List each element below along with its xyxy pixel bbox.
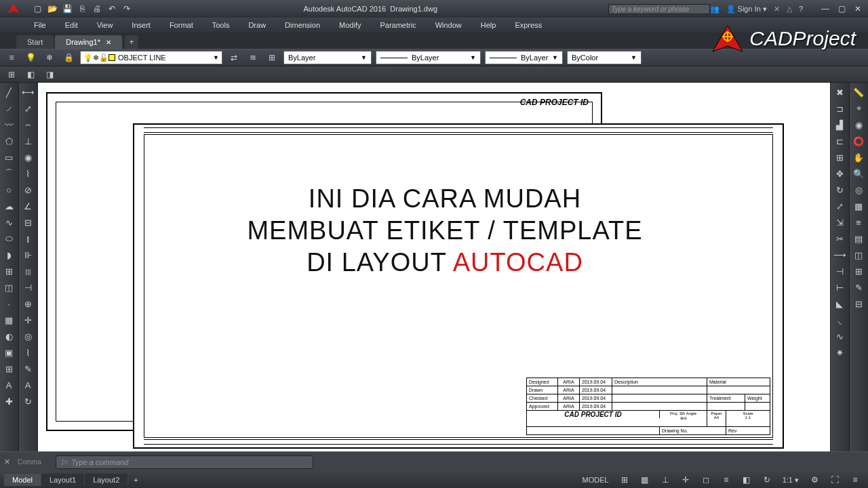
- steer-icon[interactable]: ◎: [850, 182, 867, 198]
- menu-file[interactable]: File: [34, 21, 46, 29]
- sb-cycle-icon[interactable]: ↻: [760, 474, 774, 486]
- show-icon[interactable]: ▦: [850, 198, 867, 214]
- sb-max-icon[interactable]: ⛶: [827, 474, 842, 486]
- menu-express[interactable]: Express: [515, 21, 542, 29]
- point-icon[interactable]: ·: [0, 296, 18, 312]
- menu-view[interactable]: View: [97, 21, 113, 29]
- dim-space-icon[interactable]: ⫼: [19, 263, 37, 279]
- dim-edit-icon[interactable]: ✎: [19, 361, 37, 377]
- scale-icon[interactable]: ⤢: [831, 198, 848, 214]
- fillet-icon[interactable]: ◟: [831, 312, 848, 328]
- sb-osnap-icon[interactable]: ◻: [698, 474, 713, 486]
- nav-icon[interactable]: ◉: [850, 117, 867, 133]
- undo-icon[interactable]: ↶: [106, 3, 118, 15]
- menu-draw[interactable]: Draw: [248, 21, 266, 29]
- chamfer-icon[interactable]: ◣: [831, 296, 848, 312]
- dim-dia-icon[interactable]: ⊘: [19, 182, 37, 198]
- dim-linear-icon[interactable]: ⟷: [19, 84, 37, 100]
- save-icon[interactable]: 💾: [61, 3, 73, 15]
- layer-iso-icon[interactable]: ⊞: [264, 51, 279, 64]
- color-selector[interactable]: ByLayer▼: [283, 51, 372, 64]
- menu-window[interactable]: Window: [435, 21, 462, 29]
- new-tab-button[interactable]: +: [125, 35, 138, 49]
- ellipsearc-icon[interactable]: ◗: [0, 247, 18, 263]
- blend-icon[interactable]: ∿: [831, 328, 848, 344]
- layer-bulb-icon[interactable]: 💡: [23, 51, 38, 64]
- move-icon[interactable]: ✥: [831, 165, 848, 182]
- addsel-icon[interactable]: ✚: [0, 393, 18, 409]
- layer-lock-icon[interactable]: 🔒: [61, 51, 76, 64]
- break-icon[interactable]: ⊣: [831, 263, 848, 279]
- infocenter-icon[interactable]: 👥: [710, 5, 719, 14]
- layer-manager-icon[interactable]: ≡: [4, 51, 19, 64]
- tool-icon[interactable]: ◧: [23, 68, 38, 81]
- app-logo[interactable]: [3, 1, 24, 17]
- sb-ortho-icon[interactable]: ⊥: [658, 474, 673, 486]
- layout-tab-add[interactable]: +: [128, 474, 143, 486]
- spline-icon[interactable]: ∿: [0, 214, 18, 230]
- trim-icon[interactable]: ✂: [831, 230, 848, 247]
- layer-freeze-icon[interactable]: ❄: [42, 51, 57, 64]
- command-input[interactable]: ▷ Type a command: [56, 455, 313, 469]
- block-icon[interactable]: ◫: [0, 279, 18, 296]
- layer-prev-icon[interactable]: ⇄: [226, 51, 241, 64]
- sheet-icon[interactable]: ▤: [850, 230, 867, 247]
- region-icon[interactable]: ▣: [0, 344, 18, 361]
- drawing-canvas[interactable]: CAD PROJECT ID Designed ARIA 2019.09.04 …: [38, 83, 830, 451]
- qc-icon[interactable]: ⊟: [850, 296, 867, 312]
- dim-ang-icon[interactable]: ∠: [19, 198, 37, 214]
- dim-aligned-icon[interactable]: ⤢: [19, 100, 37, 117]
- sb-snap-icon[interactable]: ▦: [637, 474, 652, 486]
- mark-icon[interactable]: ✎: [850, 279, 867, 296]
- cmdline-close-icon[interactable]: ✕: [4, 458, 14, 466]
- menu-edit[interactable]: Edit: [65, 21, 78, 29]
- doc-tab-drawing1[interactable]: Drawing1*✕: [55, 35, 122, 49]
- menu-help[interactable]: Help: [481, 21, 496, 29]
- sb-scale-button[interactable]: 1:1 ▾: [780, 476, 802, 485]
- tool2-icon[interactable]: ◨: [42, 68, 57, 81]
- close-tab-icon[interactable]: ✕: [106, 39, 111, 46]
- layer-selector[interactable]: 💡❄🔓 OBJECT LINE▼: [80, 51, 222, 64]
- plotstyle-selector[interactable]: ByColor▼: [567, 51, 642, 64]
- dim-jogline-icon[interactable]: ⌇: [19, 344, 37, 361]
- layout-tab-2[interactable]: Layout2: [85, 474, 128, 486]
- table-icon[interactable]: ⊞: [0, 361, 18, 377]
- offset-icon[interactable]: ⊏: [831, 133, 848, 149]
- help-search-input[interactable]: Type a keyword or phrase: [608, 4, 710, 14]
- center-icon[interactable]: ✛: [19, 312, 37, 328]
- dc-icon[interactable]: ⊞: [850, 263, 867, 279]
- lineweight-selector[interactable]: ByLayer▼: [485, 51, 563, 64]
- sb-lw-icon[interactable]: ≡: [719, 474, 734, 486]
- stretch-icon[interactable]: ⇲: [831, 214, 848, 230]
- dim-update-icon[interactable]: ↻: [19, 393, 37, 409]
- minimize-button[interactable]: —: [818, 3, 833, 14]
- doc-tab-start[interactable]: Start: [16, 35, 54, 49]
- sb-trans-icon[interactable]: ◧: [739, 474, 754, 486]
- polygon-icon[interactable]: ⬠: [0, 133, 18, 149]
- help-icon[interactable]: ?: [799, 5, 803, 13]
- pline-icon[interactable]: 〰: [0, 117, 18, 133]
- dim-jog-icon[interactable]: ⌇: [19, 165, 37, 182]
- signin-button[interactable]: 👤 Sign In ▾: [726, 5, 767, 14]
- tolerance-icon[interactable]: ⊕: [19, 296, 37, 312]
- inspect-icon[interactable]: ◎: [19, 328, 37, 344]
- menu-dimension[interactable]: Dimension: [285, 21, 320, 29]
- array-icon[interactable]: ⊞: [831, 149, 848, 165]
- menu-modify[interactable]: Modify: [339, 21, 361, 29]
- linetype-selector[interactable]: ByLayer▼: [376, 51, 481, 64]
- menu-format[interactable]: Format: [170, 21, 193, 29]
- 3dorbit-icon[interactable]: ⭕: [850, 133, 867, 149]
- rotate-icon[interactable]: ↻: [831, 182, 848, 198]
- workspace-icon[interactable]: ⊞: [4, 68, 19, 81]
- a360-icon[interactable]: △: [787, 5, 792, 14]
- saveas-icon[interactable]: ⎘: [76, 3, 88, 15]
- insert-icon[interactable]: ⊞: [0, 263, 18, 279]
- menu-insert[interactable]: Insert: [132, 21, 151, 29]
- gradient-icon[interactable]: ◐: [0, 328, 18, 344]
- open-icon[interactable]: 📂: [46, 3, 58, 15]
- dim-base-icon[interactable]: ⫿: [19, 230, 37, 247]
- mtext-icon[interactable]: A: [0, 377, 18, 393]
- rectangle-icon[interactable]: ▭: [0, 149, 18, 165]
- ellipse-icon[interactable]: ⬭: [0, 230, 18, 247]
- ucs-icon[interactable]: ⌖: [850, 100, 867, 117]
